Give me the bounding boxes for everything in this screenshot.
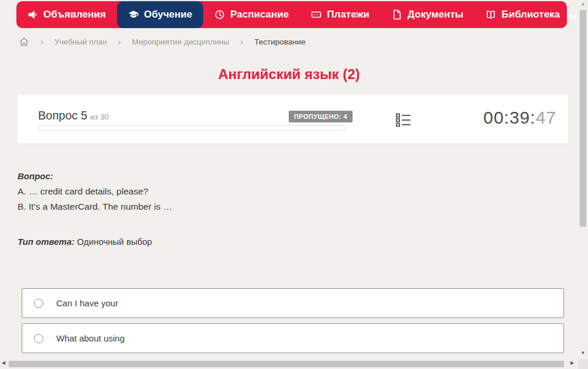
nav-item-announcements[interactable]: Объявления (16, 1, 117, 28)
nav-item-label: Расписание (230, 9, 289, 20)
question-list-icon[interactable] (396, 113, 411, 127)
breadcrumb: Учебный план Мероприятие дисциплины Тест… (19, 36, 306, 47)
home-icon[interactable] (19, 36, 29, 47)
nav-item-payments[interactable]: Платежи (300, 1, 381, 28)
nav-item-library[interactable]: Библиотека (474, 1, 585, 28)
question-dialog-line: B. It’s a MasterCard. The number is … (18, 201, 172, 212)
horizontal-scrollbar-thumb[interactable] (9, 361, 564, 367)
answer-type-label: Тип ответа: (18, 237, 74, 247)
scroll-down-arrow-icon[interactable]: ▼ (578, 350, 588, 356)
scrollbar-corner (578, 359, 588, 369)
chevron-right-icon (238, 39, 245, 45)
graduation-cap-icon (128, 9, 139, 20)
student-portal-test-page: Объявления Обучение Расписание Платежи Д… (0, 0, 588, 369)
vertical-scrollbar[interactable]: ▲ ▼ (578, 0, 588, 359)
timer-hours-minutes: 00:39: (483, 108, 535, 127)
horizontal-scrollbar[interactable]: ◀ ▶ (0, 359, 578, 369)
breadcrumb-item-curriculum[interactable]: Учебный план (54, 37, 107, 46)
timer: 00:39:47 (483, 108, 556, 128)
radio-button[interactable] (34, 299, 43, 308)
answer-option-label: Can I have your (56, 298, 118, 308)
scroll-left-arrow-icon[interactable]: ◀ (2, 360, 5, 365)
scroll-up-arrow-icon[interactable]: ▲ (578, 1, 588, 6)
open-book-icon (486, 9, 496, 20)
breadcrumb-item-discipline-events[interactable]: Мероприятие дисциплины (132, 37, 229, 46)
question-header-panel: Вопрос 5из 30 ПРОПУЩЕНО: 4 00:39:47 (18, 95, 568, 144)
skipped-badge: ПРОПУЩЕНО: 4 (289, 111, 353, 122)
nav-item-schedule[interactable]: Расписание (203, 1, 300, 28)
nav-item-label: Документы (408, 9, 464, 20)
vertical-scrollbar-thumb[interactable] (580, 10, 586, 227)
document-icon (392, 9, 402, 20)
question-prompt-heading: Вопрос: (18, 171, 53, 181)
answer-option-label: What about using (56, 333, 125, 343)
scroll-right-arrow-icon[interactable]: ▶ (570, 360, 574, 365)
breadcrumb-item-testing: Тестирование (254, 37, 306, 46)
radio-button[interactable] (34, 334, 43, 343)
chevron-right-icon (116, 39, 122, 45)
nav-item-label: Объявления (43, 9, 106, 20)
chevron-right-icon (39, 39, 45, 45)
banknote-icon (311, 9, 322, 20)
timer-seconds: 47 (536, 108, 556, 127)
question-progress-bar (38, 125, 346, 131)
page-title: Английский язык (2) (0, 66, 578, 83)
nav-item-label: Платежи (327, 9, 370, 20)
answer-type-value: Одиночный выбор (77, 237, 152, 247)
question-number-label: Вопрос 5 (38, 109, 87, 122)
nav-item-label: Обучение (144, 9, 192, 20)
nav-item-documents[interactable]: Документы (381, 1, 475, 28)
clock-icon (214, 9, 225, 20)
question-dialog-line: A. … credit card details, please? (18, 186, 148, 197)
main-navbar: Объявления Обучение Расписание Платежи Д… (16, 1, 567, 28)
nav-item-label: Библиотека (501, 9, 560, 20)
chevron-down-icon (568, 12, 574, 18)
megaphone-icon (28, 9, 38, 20)
answer-option[interactable]: What about using (22, 323, 564, 353)
question-count-label: из 30 (90, 112, 108, 121)
answer-type: Тип ответа: Одиночный выбор (18, 237, 152, 247)
question-number: Вопрос 5из 30 (38, 109, 109, 122)
answer-option[interactable]: Can I have your (22, 288, 564, 318)
nav-item-education[interactable]: Обучение (117, 1, 203, 28)
